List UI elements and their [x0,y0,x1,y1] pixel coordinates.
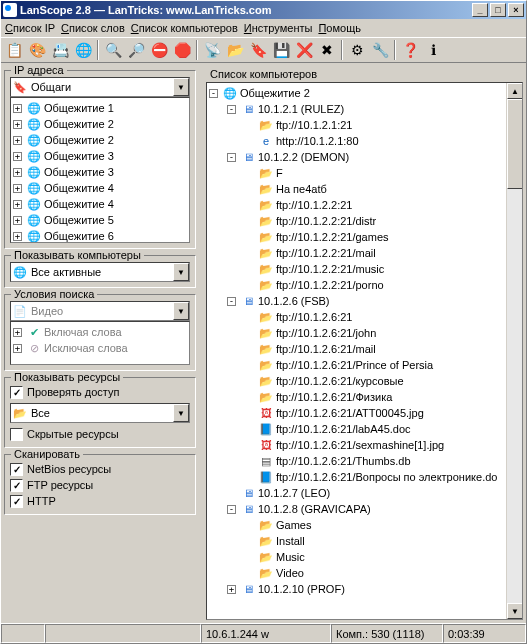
scan-http-checkbox[interactable]: ✓HTTP [10,493,190,509]
tree-item[interactable]: 📘ftp://10.1.2.6:21/Вопросы по электроник… [209,469,504,485]
tree-item[interactable]: +🌐Общежитие 3 [13,148,187,164]
collapse-icon[interactable]: - [227,505,236,514]
collapse-icon[interactable]: - [209,89,218,98]
expand-icon[interactable]: + [13,216,22,225]
expand-icon[interactable]: + [13,200,22,209]
tree-item[interactable]: 📂F [209,165,504,181]
ip-combo[interactable]: 🔖 Общаги ▼ [10,77,190,97]
zoom-out-icon[interactable]: 🔎 [125,39,147,61]
tree-item[interactable]: 🖼ftp://10.1.2.6:21/sexmashine[1].jpg [209,437,504,453]
close-button[interactable]: × [508,3,524,17]
tree-item[interactable]: -🖥10.1.2.2 (DEMON) [209,149,504,165]
tree-item[interactable]: 📂ftp://10.1.2.6:21/john [209,325,504,341]
cancel-icon[interactable]: ✖ [316,39,338,61]
server-icon[interactable]: 📇 [49,39,71,61]
scroll-up-icon[interactable]: ▲ [507,83,523,99]
menu-item[interactable]: Список компьютеров [131,22,238,34]
palette-icon[interactable]: 🎨 [26,39,48,61]
menu-item[interactable]: Инструменты [244,22,313,34]
tree-item[interactable]: -🌐Общежитие 2 [209,85,504,101]
tree-item[interactable]: 📂Video [209,565,504,581]
expand-icon[interactable]: + [13,184,22,193]
splitter[interactable] [199,66,203,620]
tree-item[interactable]: -🖥10.1.2.1 (RULEZ) [209,101,504,117]
bookmark-icon[interactable]: 🔖 [247,39,269,61]
tree-item[interactable]: +🌐Общежитие 6 [13,228,187,243]
tree-item[interactable]: 🖥10.1.2.7 (LEO) [209,485,504,501]
search-combo[interactable]: 📄 Видео ▼ [10,301,190,321]
chevron-down-icon[interactable]: ▼ [173,263,189,281]
computer-tree[interactable]: -🌐Общежитие 2-🖥10.1.2.1 (RULEZ)📂ftp://10… [207,83,506,619]
tree-item[interactable]: 📂ftp://10.1.2.1:21 [209,117,504,133]
maximize-button[interactable]: □ [490,3,506,17]
expand-icon[interactable]: + [13,328,22,337]
include-words[interactable]: Включая слова [44,326,122,338]
tree-item[interactable]: 📂Install [209,533,504,549]
chevron-down-icon[interactable]: ▼ [173,404,189,422]
tree-item[interactable]: 📂ftp://10.1.2.2:21/porno [209,277,504,293]
collapse-icon[interactable]: - [227,153,236,162]
menu-item[interactable]: Помощь [318,22,361,34]
tree-item[interactable]: +🖥10.1.2.10 (PROF) [209,581,504,597]
tree-item[interactable]: 📂Games [209,517,504,533]
scan-ftp-checkbox[interactable]: ✓FTP ресурсы [10,477,190,493]
stop-icon[interactable]: 🛑 [171,39,193,61]
clear-icon[interactable]: ❌ [293,39,315,61]
tree-item[interactable]: +🌐Общежитие 5 [13,212,187,228]
expand-icon[interactable]: + [227,585,236,594]
tree-item[interactable]: 📂ftp://10.1.2.2:21/games [209,229,504,245]
tree-item[interactable]: 📂ftp://10.1.2.2:21 [209,197,504,213]
tree-item[interactable]: 📂Music [209,549,504,565]
tree-item[interactable]: 📘ftp://10.1.2.6:21/labA45.doc [209,421,504,437]
globe-icon[interactable]: 🌐 [72,39,94,61]
help-icon[interactable]: ❓ [399,39,421,61]
expand-icon[interactable]: + [13,120,22,129]
hidden-resources-checkbox[interactable]: Скрытые ресурсы [10,426,190,442]
expand-icon[interactable]: + [13,104,22,113]
tree-item[interactable]: 📂ftp://10.1.2.6:21/Prince of Persia [209,357,504,373]
tree-item[interactable]: +🌐Общежитие 3 [13,164,187,180]
tree-item[interactable]: +🌐Общежитие 2 [13,132,187,148]
tree-item[interactable]: -🖥10.1.2.8 (GRAVICAPA) [209,501,504,517]
expand-icon[interactable]: + [13,344,22,353]
tree-item[interactable]: +🌐Общежитие 4 [13,196,187,212]
scan-netbios-checkbox[interactable]: ✓NetBios ресурсы [10,461,190,477]
exclude-words[interactable]: Исключая слова [44,342,128,354]
tree-item[interactable]: 📂ftp://10.1.2.6:21/mail [209,341,504,357]
folder-icon[interactable]: 📂 [224,39,246,61]
tree-item[interactable]: 📂ftp://10.1.2.6:21/курсовые [209,373,504,389]
gear-icon[interactable]: ⚙ [346,39,368,61]
collapse-icon[interactable]: - [227,105,236,114]
chevron-down-icon[interactable]: ▼ [173,302,189,320]
menu-item[interactable]: Список слов [61,22,125,34]
list-icon[interactable]: 📋 [3,39,25,61]
show-computers-combo[interactable]: 🌐 Все активные ▼ [10,262,190,282]
tree-item[interactable]: +🌐Общежитие 4 [13,180,187,196]
scrollbar[interactable]: ▲ ▼ [506,83,522,619]
expand-icon[interactable]: + [13,168,22,177]
about-icon[interactable]: ℹ [422,39,444,61]
collapse-icon[interactable]: - [227,297,236,306]
tree-item[interactable]: +🌐Общежитие 1 [13,100,187,116]
minimize-button[interactable]: _ [472,3,488,17]
expand-icon[interactable]: + [13,152,22,161]
words-tree[interactable]: +✔Включая слова +⊘Исключая слова [10,321,190,365]
tree-item[interactable]: ▤ftp://10.1.2.6:21/Thumbs.db [209,453,504,469]
expand-icon[interactable]: + [13,136,22,145]
icon1[interactable]: ⛔ [148,39,170,61]
check-access-checkbox[interactable]: ✓Проверять доступ [10,384,190,400]
save-icon[interactable]: 💾 [270,39,292,61]
chevron-down-icon[interactable]: ▼ [173,78,189,96]
tree-item[interactable]: -🖥10.1.2.6 (FSB) [209,293,504,309]
tree-item[interactable]: 📂ftp://10.1.2.2:21/mail [209,245,504,261]
tree-item[interactable]: 📂ftp://10.1.2.2:21/music [209,261,504,277]
ip-tree[interactable]: +🌐Общежитие 1+🌐Общежитие 2+🌐Общежитие 2+… [10,97,190,243]
tree-item[interactable]: 📂ftp://10.1.2.6:21 [209,309,504,325]
menu-item[interactable]: Список IP [5,22,55,34]
tree-item[interactable]: 🖼ftp://10.1.2.6:21/ATT00045.jpg [209,405,504,421]
tree-item[interactable]: +🌐Общежитие 2 [13,116,187,132]
tree-item[interactable]: 📂ftp://10.1.2.2:21/distr [209,213,504,229]
server2-icon[interactable]: 📡 [201,39,223,61]
tree-item[interactable]: 📂ftp://10.1.2.6:21/Физика [209,389,504,405]
zoom-in-icon[interactable]: 🔍 [102,39,124,61]
